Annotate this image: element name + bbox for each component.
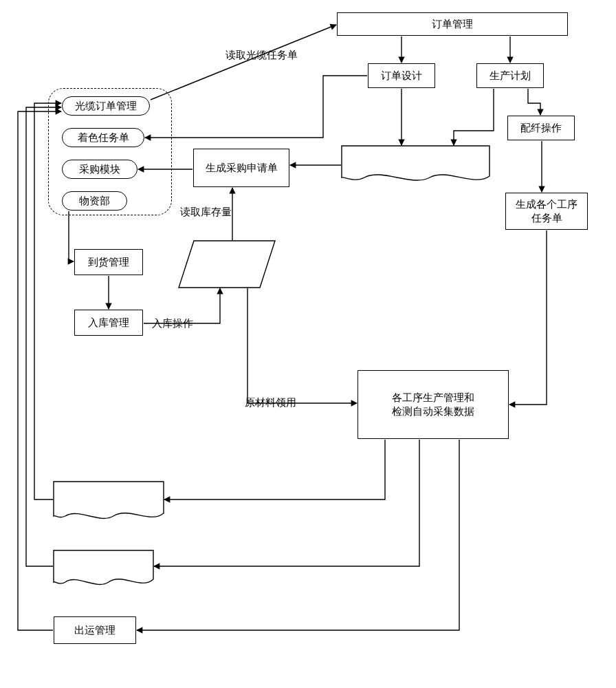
arrival-mgmt-label: 到货管理: [88, 255, 129, 269]
cable-order-mgmt-pill: 光缆订单管理: [62, 96, 150, 116]
shipping-label: 出运管理: [74, 623, 116, 637]
cable-order-mgmt-label: 光缆订单管理: [75, 100, 137, 113]
inbound-mgmt-box: 入库管理: [74, 310, 143, 336]
process-mgmt-box: 各工序生产管理和 检测自动采集数据: [358, 370, 509, 439]
edge-inbound-to-warehouse: [144, 288, 220, 323]
process-mgmt-label: 各工序生产管理和 检测自动采集数据: [392, 391, 474, 419]
calc-material-box: 计算计划中订单原材料用量: [342, 146, 490, 180]
order-design-label: 订单设计: [381, 69, 422, 83]
gen-purchase-req-box: 生成采购申请单: [193, 149, 289, 187]
gen-task-sheets-box: 生成各个工序 任务单: [505, 193, 588, 230]
purchase-module-label: 采购模块: [79, 163, 120, 176]
gen-purchase-req-label: 生成采购申请单: [206, 161, 278, 175]
inbound-mgmt-label: 入库管理: [88, 316, 129, 330]
edge-warehouse-to-process: [248, 288, 357, 403]
raw-warehouse-box: 原材料仓 库、半成品 仓库: [184, 239, 267, 286]
edge-tasks-to-process: [509, 230, 547, 405]
calc-material-shape: [342, 146, 490, 180]
inbound-op-label: 入库操作: [146, 316, 198, 330]
read-cable-task-label: 读取光缆任务单: [213, 48, 309, 62]
edge-design-to-color: [145, 76, 367, 138]
material-issue-label: 原材料领用: [238, 396, 303, 409]
progress-cost-box: 订单生产进度信 息、成本: [54, 482, 164, 517]
shipping-box: 出运管理: [54, 616, 136, 644]
purchase-module-pill: 采购模块: [62, 160, 138, 179]
edge-process-to-capacity: [154, 440, 419, 566]
fiber-assign-box: 配纤操作: [507, 116, 575, 140]
edge-process-to-shipping: [137, 440, 459, 630]
progress-cost-label: 订单生产进度信 息、成本: [73, 486, 145, 514]
edge-cable-to-ordermgmt: [151, 25, 336, 100]
order-mgmt-label: 订单管理: [432, 17, 473, 31]
edge-plan-to-calc: [454, 89, 494, 145]
capacity-shape: [54, 550, 153, 584]
calc-material-label: 计算计划中订单原材料用量: [354, 156, 478, 170]
edge-material-to-arrival: [69, 211, 74, 261]
color-task-pill: 着色任务单: [62, 128, 144, 147]
order-design-box: 订单设计: [368, 63, 435, 88]
fiber-assign-label: 配纤操作: [520, 121, 562, 135]
arrival-mgmt-box: 到货管理: [74, 249, 143, 275]
prod-plan-box: 生产计划: [476, 63, 544, 88]
edge-process-to-progress: [164, 440, 385, 499]
capacity-box: 各工序产能: [54, 550, 153, 583]
read-stock-label: 读取库存量: [175, 205, 236, 219]
order-mgmt-box: 订单管理: [337, 12, 568, 36]
color-task-label: 着色任务单: [78, 131, 129, 144]
raw-warehouse-shape: [179, 241, 275, 288]
prod-plan-label: 生产计划: [490, 69, 531, 83]
capacity-label: 各工序产能: [78, 560, 129, 574]
raw-warehouse-label: 原材料仓 库、半成品 仓库: [200, 242, 252, 284]
progress-cost-shape: [54, 482, 164, 518]
material-dept-label: 物资部: [79, 195, 110, 208]
edge-plan-to-fiber: [528, 89, 540, 115]
material-dept-pill: 物资部: [62, 191, 127, 211]
gen-task-sheets-label: 生成各个工序 任务单: [516, 197, 578, 226]
